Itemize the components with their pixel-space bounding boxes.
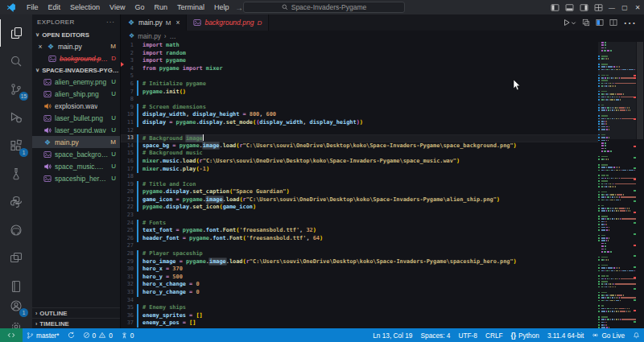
code-line[interactable]: 7pygame.init() [121, 89, 598, 97]
code-line[interactable]: 10display_width, display_height = 800, 6… [121, 111, 598, 119]
code-line[interactable]: 20pygame.display.set_caption("Space Guar… [121, 188, 598, 196]
activity-explorer[interactable] [0, 19, 32, 47]
statusbar-go-live[interactable]: Go Live [588, 328, 629, 342]
code-line[interactable]: 3import pygame [121, 57, 598, 65]
code-line[interactable]: 32hero_x_change = 0 [121, 281, 598, 289]
back-arrow-icon[interactable]: ← [222, 3, 230, 12]
code-line[interactable]: 21game_icon = pygame.image.load(r"C:\Use… [121, 196, 598, 204]
file-row[interactable]: alien_ship.pngU [32, 88, 120, 100]
compare-icon[interactable] [596, 19, 604, 27]
code-line[interactable]: 36enemy_sprites = [] [121, 312, 598, 320]
code-line[interactable]: 13# Background image [121, 134, 598, 142]
statusbar-cursor-position[interactable]: Ln 13, Col 19 [369, 328, 416, 342]
maximize-button[interactable]: ▢ [618, 0, 631, 14]
file-row[interactable]: spaceship_hero.pngU [32, 172, 120, 184]
activity-remote-explorer[interactable] [0, 245, 32, 272]
run-button[interactable] [563, 19, 576, 27]
file-row[interactable]: explosion.wav [32, 100, 120, 112]
statusbar-indentation[interactable]: Spaces: 4 [416, 328, 454, 342]
code-line[interactable]: 11display = pygame.display.set_mode((dis… [121, 119, 598, 127]
code-line[interactable]: 30hero_x = 370 [121, 266, 598, 274]
open-editors-section-header[interactable]: ∨ OPEN EDITORS [32, 29, 120, 40]
git-branch-item[interactable]: master* [23, 328, 64, 342]
code-line[interactable]: 19# Title and Icon [121, 181, 598, 189]
remote-indicator[interactable] [0, 328, 23, 342]
toggle-panel-icon[interactable] [562, 0, 576, 14]
menu-run[interactable]: Run [149, 0, 172, 14]
file-row[interactable]: space_music.wavU [32, 160, 120, 172]
command-center-search[interactable]: Space-Invaders-Pygame [243, 2, 405, 13]
folder-section-header[interactable]: ∨ SPACE-INVADERS-PYGAME [32, 64, 120, 76]
problems-item[interactable]: 0 0 [79, 328, 117, 342]
file-row[interactable]: ❖main.pyM [32, 136, 120, 148]
code-editor[interactable]: 1import math2import random3import pygame… [121, 42, 598, 328]
toggle-secondary-sidebar-icon[interactable] [576, 0, 591, 14]
code-line[interactable]: 26header_font = pygame.font.Font('freesa… [121, 235, 598, 243]
statusbar-notifications-bell[interactable] [629, 328, 644, 342]
code-line[interactable]: 24# Fonts [121, 220, 598, 228]
toggle-sidebar-icon[interactable] [547, 0, 562, 14]
statusbar-encoding[interactable]: UTF-8 [454, 328, 481, 342]
file-row[interactable]: alien_enemy.pngU [32, 76, 120, 88]
activity-search[interactable] [0, 47, 32, 75]
split-editor-icon[interactable] [609, 19, 617, 27]
activity-github[interactable] [0, 216, 32, 244]
code-line[interactable]: 18 [121, 173, 598, 181]
code-line[interactable]: 35# Enemy ships [121, 304, 598, 312]
file-row[interactable]: laser_sound.wavU [32, 124, 120, 136]
code-line[interactable]: 1import math [121, 42, 598, 50]
sync-item[interactable] [64, 328, 79, 342]
code-line[interactable]: 37enemy_x_pos = [] [121, 319, 598, 328]
code-line[interactable]: 28# Player spaceship [121, 250, 598, 258]
code-line[interactable]: 5 [121, 72, 598, 80]
code-line[interactable]: 16mixer.music.load(r"C:\Users\souvi\OneD… [121, 158, 598, 166]
menu-selection[interactable]: Selection [65, 0, 105, 14]
breadcrumb[interactable]: ❖ main.py › … [121, 31, 644, 42]
more-actions-icon[interactable]: ⋯ [623, 15, 636, 31]
close-icon[interactable]: × [175, 19, 180, 27]
activity-python[interactable] [0, 188, 32, 216]
open-editor-item[interactable]: background.pngD [32, 52, 120, 64]
activity-source-control[interactable]: 15 [0, 76, 32, 103]
outline-section-header[interactable]: › OUTLINE [32, 307, 120, 318]
activity-run-debug[interactable] [0, 104, 32, 131]
activity-extensions[interactable]: 1 [0, 132, 32, 159]
scrollbar-thumb[interactable] [637, 42, 643, 139]
minimap[interactable] [598, 42, 636, 328]
code-line[interactable]: 27 [121, 242, 598, 250]
code-line[interactable]: 33hero_y_change = 0 [121, 289, 598, 297]
code-line[interactable]: 14space_bg = pygame.image.load(r"C:\User… [121, 142, 598, 150]
vertical-scrollbar[interactable] [636, 42, 644, 328]
file-row[interactable]: space_background.pngU [32, 148, 120, 160]
code-line[interactable]: 2import random [121, 50, 598, 58]
statusbar-language-mode[interactable]: {}Python [507, 328, 543, 342]
minimize-button[interactable]: — [605, 0, 618, 14]
code-line[interactable]: 34 [121, 297, 598, 305]
menu-go[interactable]: Go [130, 0, 149, 14]
code-line[interactable]: 17mixer.music.play(-1) [121, 166, 598, 174]
code-line[interactable]: 9# Screen dimensions [121, 104, 598, 112]
code-line[interactable]: 8 [121, 96, 598, 104]
menu-edit[interactable]: Edit [43, 0, 66, 14]
close-icon[interactable]: × [37, 43, 43, 51]
menu-terminal[interactable]: Terminal [172, 0, 209, 14]
explorer-more-actions-icon[interactable]: ··· [106, 19, 115, 26]
tab-background.png[interactable]: background.pngD [187, 14, 269, 31]
menu-view[interactable]: View [105, 0, 130, 14]
tab-main.py[interactable]: ❖main.pyM× [121, 14, 187, 31]
code-line[interactable]: 22pygame.display.set_icon(game_icon) [121, 204, 598, 212]
ports-item[interactable]: 0 [117, 328, 138, 342]
code-line[interactable]: 4from pygame import mixer [121, 65, 598, 73]
code-line[interactable]: 25text_font = pygame.font.Font('freesans… [121, 227, 598, 235]
code-line[interactable]: 15# Background music [121, 150, 598, 158]
menu-file[interactable]: File [22, 0, 43, 14]
customize-layout-icon[interactable] [591, 0, 605, 14]
code-line[interactable]: 23 [121, 212, 598, 220]
activity-testing[interactable] [0, 160, 32, 187]
statusbar-python-interpreter[interactable]: 3.11.4 64-bit [543, 328, 588, 342]
close-button[interactable]: ✕ [631, 0, 644, 14]
file-row[interactable]: laser_bullet.pngU [32, 112, 120, 124]
code-line[interactable]: 31hero_y = 500 [121, 274, 598, 282]
forward-arrow-icon[interactable]: → [235, 3, 243, 12]
code-line[interactable]: 6# Initialize pygame [121, 80, 598, 89]
